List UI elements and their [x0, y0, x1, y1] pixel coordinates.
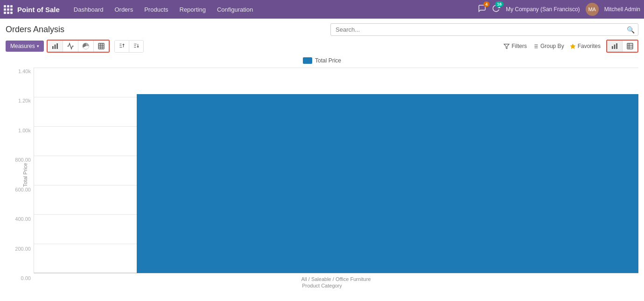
svg-rect-26 — [614, 45, 616, 49]
pie-chart-btn[interactable] — [78, 41, 94, 52]
chart-bar — [137, 94, 638, 273]
y-tick-3: 1.00k — [15, 128, 31, 133]
filters-label: Filters — [511, 43, 527, 49]
menu-products[interactable]: Products — [140, 4, 173, 15]
y-tick-4: 800.00 — [15, 157, 31, 163]
menu-reporting[interactable]: Reporting — [175, 4, 210, 15]
chart-type-group — [47, 40, 110, 53]
notifications-icon[interactable]: 4 — [478, 4, 486, 14]
top-menu: Dashboard Orders Products Reporting Conf… — [69, 4, 478, 15]
menu-configuration[interactable]: Configuration — [212, 4, 258, 15]
chart-wrapper: Total Price 1.40k 1.20k 1.00k 800.00 600… — [6, 68, 638, 282]
menu-dashboard[interactable]: Dashboard — [69, 4, 108, 15]
svg-rect-0 — [52, 46, 54, 49]
main-content: Orders Analysis 🔍 Measures ▾ — [0, 19, 644, 288]
favorites-button[interactable]: Favorites — [570, 43, 601, 49]
legend-label: Total Price — [315, 57, 341, 64]
svg-rect-25 — [612, 46, 613, 49]
x-axis-title: Product Category — [6, 283, 638, 288]
svg-marker-17 — [504, 44, 509, 48]
notifications-badge: 4 — [483, 1, 490, 7]
svg-rect-28 — [627, 43, 633, 49]
company-name[interactable]: My Company (San Francisco) — [506, 6, 580, 13]
top-navigation: Point of Sale Dashboard Orders Products … — [0, 0, 644, 19]
x-axis: All / Saleable / Office Furniture — [34, 276, 638, 282]
updates-icon[interactable]: 16 — [492, 4, 500, 14]
page-title: Orders Analysis — [6, 25, 320, 34]
measures-arrow-icon: ▾ — [37, 44, 39, 48]
group-by-label: Group By — [540, 43, 564, 49]
measures-button[interactable]: Measures ▾ — [6, 41, 44, 52]
list-view-btn[interactable] — [623, 41, 637, 52]
x-axis-category: All / Saleable / Office Furniture — [301, 276, 371, 282]
legend-color — [303, 57, 312, 64]
grid-line-1 — [34, 68, 638, 68]
y-tick-5: 600.00 — [15, 187, 31, 192]
bar-chart-btn[interactable] — [48, 41, 63, 52]
updates-badge: 16 — [495, 1, 504, 7]
chart-plot: All / Saleable / Office Furniture — [34, 68, 638, 282]
view-toggle-group — [606, 40, 638, 53]
search-icon[interactable]: 🔍 — [627, 26, 635, 34]
y-tick-2: 1.20k — [15, 98, 31, 103]
chart-legend: Total Price — [6, 57, 638, 64]
apps-icon[interactable] — [4, 5, 13, 14]
user-name[interactable]: Mitchell Admin — [604, 6, 640, 13]
graph-view-btn[interactable] — [607, 41, 623, 52]
favorites-label: Favorites — [578, 43, 601, 49]
svg-marker-24 — [570, 44, 575, 48]
y-tick-1: 1.40k — [15, 68, 31, 74]
filters-button[interactable]: Filters — [504, 43, 527, 49]
chart-grid — [34, 68, 638, 274]
sort-asc-btn[interactable] — [115, 41, 129, 52]
measures-label: Measures — [10, 43, 35, 49]
y-tick-8: 0.00 — [15, 275, 31, 281]
search-bar-area: 🔍 — [324, 23, 638, 36]
line-chart-btn[interactable] — [63, 41, 78, 52]
menu-orders[interactable]: Orders — [110, 4, 138, 15]
group-by-button[interactable]: Group By — [532, 43, 564, 49]
y-tick-6: 400.00 — [15, 216, 31, 222]
svg-rect-2 — [56, 43, 58, 49]
chart-area: Total Price Total Price 1.40k 1.20k 1.00… — [0, 55, 644, 288]
topnav-right: 4 16 My Company (San Francisco) MA Mitch… — [478, 3, 640, 16]
svg-rect-27 — [616, 43, 617, 49]
pivot-btn[interactable] — [94, 41, 109, 52]
svg-rect-1 — [54, 45, 56, 49]
search-input[interactable] — [330, 23, 638, 36]
y-tick-7: 200.00 — [15, 246, 31, 252]
sort-group — [114, 40, 144, 53]
user-avatar[interactable]: MA — [586, 3, 599, 16]
app-brand: Point of Sale — [17, 6, 60, 14]
svg-rect-4 — [98, 43, 104, 49]
sort-desc-btn[interactable] — [129, 41, 143, 52]
